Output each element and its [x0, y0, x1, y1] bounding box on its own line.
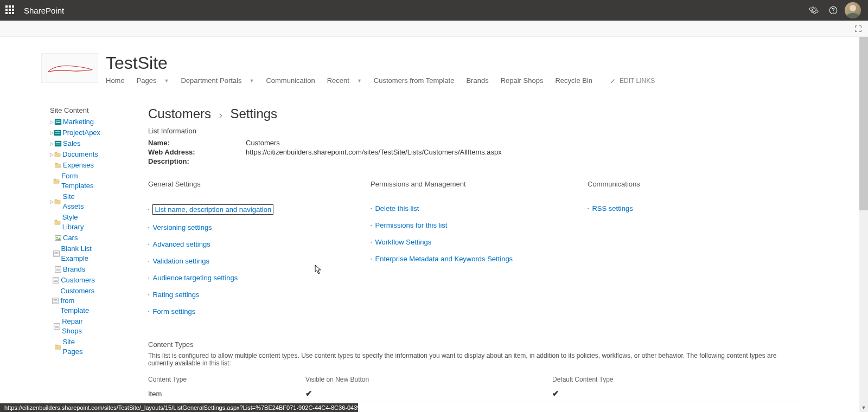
leftnav-item[interactable]: ▷Sales — [50, 138, 95, 149]
link-workflow-settings[interactable]: Workflow Settings — [375, 238, 431, 246]
leftnav-link[interactable]: Site Pages — [63, 337, 95, 357]
expand-icon[interactable]: ▷ — [50, 117, 54, 127]
link-form-settings[interactable]: Form settings — [152, 307, 195, 316]
nav-department-portals[interactable]: Department Portals▼ — [181, 76, 254, 85]
leftnav-item[interactable]: Repair Shops — [50, 316, 95, 337]
list-icon — [52, 276, 60, 284]
site-icon — [54, 140, 62, 147]
leftnav-item[interactable]: Cars — [50, 233, 95, 243]
site-logo[interactable] — [41, 53, 98, 83]
scrollbar-thumb[interactable] — [859, 37, 868, 210]
chevron-down-icon[interactable]: ▼ — [859, 403, 868, 412]
user-avatar[interactable] — [843, 1, 863, 20]
chevron-down-icon[interactable]: ▼ — [357, 78, 362, 83]
link-rating-settings[interactable]: Rating settings — [152, 291, 199, 299]
doclib-icon — [53, 177, 60, 185]
nav-communication[interactable]: Communication — [266, 76, 315, 85]
doclib-icon — [54, 343, 62, 351]
table-row: Item ✔ ✔ — [148, 385, 803, 402]
leftnav-item[interactable]: Customers from Template — [50, 286, 95, 316]
content-types-heading: Content Types — [148, 340, 803, 349]
leftnav-item[interactable]: Form Templates — [50, 171, 95, 191]
nav-recycle-bin[interactable]: Recycle Bin — [555, 76, 592, 85]
help-icon[interactable] — [824, 1, 843, 20]
leftnav-item[interactable]: ▷Marketing — [50, 117, 95, 127]
leftnav-link[interactable]: Site Assets — [62, 192, 95, 211]
communications-column: Communications RSS settings — [588, 180, 803, 324]
app-launcher-icon[interactable] — [5, 5, 15, 15]
permissions-heading: Permissions and Management — [371, 180, 566, 188]
leftnav-link[interactable]: Customers from Template — [60, 286, 95, 316]
web-address-value: https://citizenbuilders.sharepoint.com/s… — [246, 148, 502, 156]
doclib-icon — [54, 162, 62, 169]
expand-icon[interactable]: ▷ — [50, 128, 54, 138]
leftnav-link[interactable]: Customers — [61, 275, 95, 285]
ct-col-visible: Visible on New Button — [305, 374, 552, 385]
link-audience-targeting[interactable]: Audience targeting settings — [152, 274, 238, 282]
list-info-heading: List Information — [148, 127, 803, 135]
leftnav-link[interactable]: Marketing — [63, 117, 94, 127]
leftnav-link[interactable]: Brands — [63, 265, 85, 274]
list-information: List Information Name: Customers Web Add… — [148, 127, 803, 166]
nav-pages[interactable]: Pages▼ — [137, 76, 169, 85]
link-validation-settings[interactable]: Validation settings — [152, 257, 209, 265]
leftnav-item[interactable]: ▷ProjectApex — [50, 127, 95, 138]
breadcrumb-list[interactable]: Customers — [148, 106, 211, 121]
check-icon: ✔ — [305, 385, 552, 402]
link-advanced-settings[interactable]: Advanced settings — [152, 240, 210, 248]
name-value: Customers — [246, 139, 280, 147]
edit-links-button[interactable]: EDIT LINKS — [610, 77, 655, 85]
ct-col-default: Default Content Type — [552, 374, 803, 385]
nav-brands[interactable]: Brands — [466, 76, 488, 85]
communications-heading: Communications — [588, 180, 803, 188]
content-types-table: Content Type Visible on New Button Defau… — [148, 374, 803, 402]
piclib-icon — [54, 234, 62, 242]
leftnav-item[interactable]: Site Pages — [50, 337, 95, 357]
nav-customers-from-template[interactable]: Customers from Template — [374, 76, 455, 85]
link-rss-settings[interactable]: RSS settings — [592, 204, 633, 213]
ct-item-link[interactable]: Item — [148, 390, 162, 398]
leftnav-item[interactable]: Customers — [50, 275, 95, 286]
leftnav-link[interactable]: Cars — [63, 233, 78, 243]
leftnav-item[interactable]: Brands — [50, 264, 95, 275]
chevron-down-icon[interactable]: ▼ — [164, 78, 169, 83]
link-versioning-settings[interactable]: Versioning settings — [152, 223, 212, 231]
pencil-icon — [610, 78, 616, 84]
link-permissions-for-list[interactable]: Permissions for this list — [375, 221, 447, 229]
expand-icon[interactable]: ▷ — [50, 150, 54, 159]
web-address-label: Web Address: — [148, 148, 246, 156]
chevron-down-icon[interactable]: ▼ — [249, 78, 254, 83]
content-area: Customers › Settings List Information Na… — [95, 106, 868, 412]
focus-mode-icon[interactable] — [854, 24, 863, 33]
leftnav-item[interactable]: ▷Documents — [50, 149, 95, 160]
leftnav-link[interactable]: Repair Shops — [62, 317, 95, 336]
leftnav-item[interactable]: ▷Site Assets — [50, 191, 95, 212]
leftnav-link[interactable]: Sales — [63, 139, 81, 149]
doclib-icon — [54, 218, 61, 226]
leftnav-link[interactable]: Blank List Example — [61, 244, 95, 263]
expand-icon[interactable]: ▷ — [50, 139, 54, 149]
link-list-name-desc-nav[interactable]: List name, description and navigation — [152, 204, 273, 215]
site-title[interactable]: TestSite — [106, 53, 655, 73]
settings-gear-icon[interactable] — [804, 1, 824, 20]
scrollbar[interactable]: ▼ — [859, 37, 868, 412]
name-label: Name: — [148, 139, 246, 147]
leftnav-item[interactable]: Blank List Example — [50, 243, 95, 264]
leftnav-item[interactable]: Style Library — [50, 212, 95, 233]
doclib-icon — [54, 151, 61, 158]
general-settings-column: General Settings List name, description … — [148, 180, 349, 324]
nav-recent[interactable]: Recent▼ — [327, 76, 362, 85]
leftnav-link[interactable]: Documents — [62, 150, 98, 159]
nav-repair-shops[interactable]: Repair Shops — [501, 76, 544, 85]
leftnav-link[interactable]: Form Templates — [61, 171, 95, 191]
leftnav-item[interactable]: Expenses — [50, 160, 95, 171]
status-bar: https://citizenbuilders.sharepoint.com/s… — [0, 403, 358, 412]
leftnav-link[interactable]: Expenses — [63, 160, 94, 170]
link-enterprise-metadata[interactable]: Enterprise Metadata and Keywords Setting… — [375, 255, 513, 263]
leftnav-link[interactable]: Style Library — [62, 213, 95, 232]
link-delete-this-list[interactable]: Delete this list — [375, 204, 419, 213]
nav-home[interactable]: Home — [106, 76, 125, 85]
expand-icon[interactable]: ▷ — [50, 197, 54, 207]
list-icon — [53, 323, 61, 330]
breadcrumb-current: Settings — [230, 106, 277, 121]
